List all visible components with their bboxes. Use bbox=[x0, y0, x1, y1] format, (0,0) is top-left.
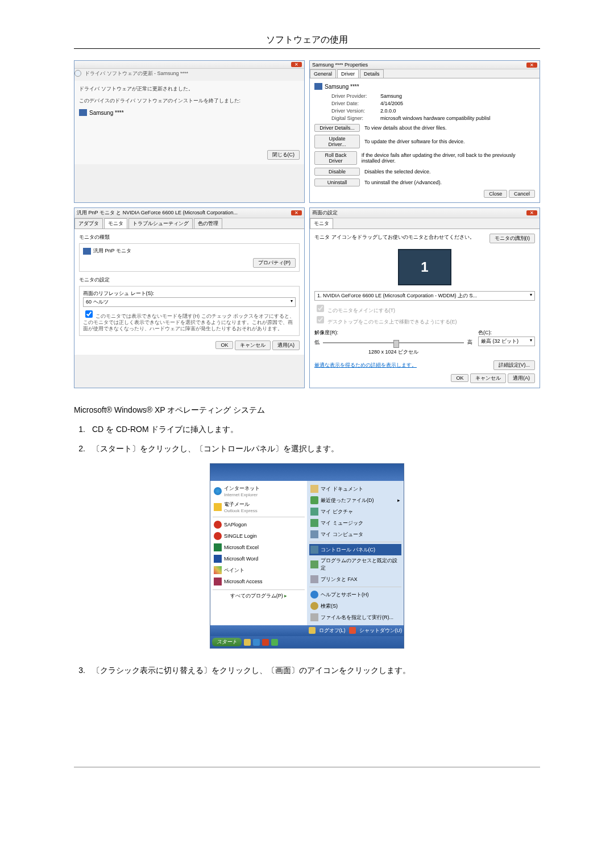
menu-label: マイ ミュージック bbox=[321, 520, 363, 527]
update-driver-button[interactable]: Update Driver... bbox=[314, 135, 360, 148]
tab-details[interactable]: Details bbox=[360, 69, 384, 78]
arrow-right-icon: ▸ bbox=[397, 497, 400, 503]
prop-value: Samsung bbox=[380, 93, 402, 99]
menu-printers[interactable]: プリンタと FAX bbox=[309, 574, 401, 585]
menu-word[interactable]: Microsoft Word bbox=[213, 553, 305, 564]
cancel-button[interactable]: Cancel bbox=[509, 190, 535, 198]
menu-label: 最近使ったファイル(D) bbox=[321, 497, 374, 504]
menu-excel[interactable]: Microsoft Excel bbox=[213, 542, 305, 553]
chevron-down-icon: ▾ bbox=[530, 338, 532, 345]
prop-value: 4/14/2005 bbox=[380, 101, 403, 106]
tab-adapter[interactable]: アダプタ bbox=[74, 218, 103, 229]
tab-color[interactable]: 色の管理 bbox=[194, 218, 222, 229]
desc-text: Disables the selected device. bbox=[364, 169, 431, 175]
control-panel-icon bbox=[310, 546, 318, 554]
tab-general[interactable]: General bbox=[310, 69, 336, 78]
menu-run[interactable]: ファイル名を指定して実行(R)... bbox=[309, 612, 401, 623]
tab-driver[interactable]: Driver bbox=[337, 69, 359, 78]
monitor-name: 汎用 PnP モニタ bbox=[93, 247, 131, 255]
close-button[interactable]: Close bbox=[484, 190, 507, 198]
menu-label: すべてのプログラム(P) bbox=[230, 593, 283, 599]
menu-program-access[interactable]: プログラムのアクセスと既定の設定 bbox=[309, 555, 401, 574]
driver-details-button[interactable]: Driver Details... bbox=[314, 124, 360, 132]
music-icon bbox=[310, 519, 318, 527]
menu-search[interactable]: 検索(S) bbox=[309, 600, 401, 612]
checkbox-label: デスクトップをこのモニタ上で移動できるようにする(E) bbox=[327, 319, 457, 325]
color-select[interactable]: 最高 (32 ビット) ▾ bbox=[478, 337, 535, 346]
menu-internet[interactable]: インターネットInternet Explorer bbox=[213, 483, 305, 499]
menu-my-documents[interactable]: マイ ドキュメント bbox=[309, 483, 401, 495]
disable-button[interactable]: Disable bbox=[314, 168, 360, 176]
menu-email[interactable]: 電子メールOutlook Express bbox=[213, 499, 305, 515]
menu-label: ヘルプとサポート(H) bbox=[321, 591, 369, 599]
menu-my-music[interactable]: マイ ミュージック bbox=[309, 517, 401, 529]
menu-recent[interactable]: 最近使ったファイル(D)▸ bbox=[309, 495, 401, 506]
pics-icon bbox=[310, 508, 318, 516]
access-icon bbox=[214, 578, 222, 585]
ok-button[interactable]: OK bbox=[451, 374, 468, 382]
menu-single-login[interactable]: SINGLE Login bbox=[213, 530, 305, 542]
single-icon bbox=[214, 532, 222, 540]
uninstall-button[interactable]: Uninstall bbox=[314, 178, 360, 186]
tab-troubleshoot[interactable]: トラブルシューティング bbox=[128, 218, 193, 229]
refresh-select[interactable]: 60 ヘルツ ▾ bbox=[83, 297, 296, 307]
advanced-button[interactable]: 詳細設定(V)... bbox=[493, 360, 536, 370]
step-text: CD を CD-ROM ドライブに挿入します。 bbox=[92, 425, 238, 435]
cancel-button[interactable]: キャンセル bbox=[470, 373, 506, 383]
chevron-down-icon: ▾ bbox=[530, 292, 532, 300]
close-icon[interactable]: ✕ bbox=[291, 62, 302, 67]
main-monitor-checkbox bbox=[317, 305, 324, 312]
taskbar-icon[interactable] bbox=[253, 639, 260, 646]
mail-icon bbox=[214, 503, 222, 511]
apply-button[interactable]: 適用(A) bbox=[508, 373, 535, 383]
prop-value: microsoft windows hardware compatibility… bbox=[380, 115, 491, 121]
hide-modes-checkbox[interactable] bbox=[85, 310, 93, 318]
close-icon[interactable]: ✕ bbox=[526, 210, 537, 215]
prop-value: 2.0.0.0 bbox=[380, 108, 396, 114]
apply-button[interactable]: 適用(A) bbox=[272, 340, 300, 350]
close-button[interactable]: 閉じる(C) bbox=[267, 150, 300, 160]
menu-all-programs[interactable]: すべてのプログラム(P) ▸ bbox=[213, 589, 305, 602]
cancel-button[interactable]: キャンセル bbox=[235, 340, 271, 350]
display-settings-title: 画面の設定 bbox=[312, 209, 338, 217]
checkbox-label: このモニタをメインにする(T) bbox=[327, 308, 396, 313]
resolution-slider[interactable] bbox=[323, 342, 464, 343]
ok-button[interactable]: OK bbox=[215, 341, 233, 349]
optimal-display-link[interactable]: 最適な表示を得るための詳細を表示します。 bbox=[314, 362, 417, 369]
rollback-driver-button[interactable]: Roll Back Driver bbox=[314, 151, 357, 165]
identify-button[interactable]: モニタの識別(I) bbox=[489, 234, 536, 243]
menu-control-panel[interactable]: コントロール パネル(C) bbox=[309, 544, 401, 555]
color-label: 色(C): bbox=[478, 329, 535, 337]
refresh-label: 画面のリフレッシュ レート(S): bbox=[83, 290, 296, 297]
group-title: モニタの設定 bbox=[79, 276, 300, 284]
menu-my-computer[interactable]: マイ コンピュータ bbox=[309, 529, 401, 540]
menu-my-pictures[interactable]: マイ ピクチャ bbox=[309, 506, 401, 517]
screenshot-grid: ✕ ドライバ ソフトウェアの更新 - Samsung **** ドライバ ソフト… bbox=[74, 60, 540, 388]
menu-label: ファイル名を指定して実行(R)... bbox=[321, 614, 393, 621]
menu-label: Microsoft Word bbox=[224, 556, 258, 562]
close-icon[interactable]: ✕ bbox=[526, 63, 537, 68]
monitor-preview[interactable]: 1 bbox=[398, 249, 451, 285]
menu-saplogon[interactable]: SAPlogon bbox=[213, 519, 305, 530]
tab-monitor[interactable]: モニタ bbox=[310, 218, 333, 229]
taskbar-icon[interactable] bbox=[271, 639, 278, 646]
display-select[interactable]: 1. NVIDIA GeForce 6600 LE (Microsoft Cor… bbox=[314, 291, 535, 301]
logoff-button[interactable]: ログオフ(L) bbox=[319, 627, 346, 634]
menu-label: ペイント bbox=[224, 567, 244, 574]
monitor-icon bbox=[83, 248, 91, 255]
ie-icon bbox=[214, 487, 222, 495]
desc-text: If the device fails after updating the d… bbox=[362, 152, 535, 164]
tab-monitor[interactable]: モニタ bbox=[104, 218, 127, 229]
properties-button[interactable]: プロパティ(P) bbox=[253, 258, 296, 268]
program-access-icon bbox=[310, 560, 318, 568]
taskbar-icon[interactable] bbox=[244, 639, 251, 646]
driver-update-window: ✕ ドライバ ソフトウェアの更新 - Samsung **** ドライバ ソフト… bbox=[74, 60, 305, 203]
menu-paint[interactable]: ペイント bbox=[213, 564, 305, 576]
sap-icon bbox=[214, 521, 222, 529]
close-icon[interactable]: ✕ bbox=[291, 210, 302, 215]
start-button[interactable]: スタート bbox=[212, 638, 242, 646]
shutdown-button[interactable]: シャットダウン(U) bbox=[359, 627, 403, 634]
menu-access[interactable]: Microsoft Access bbox=[213, 576, 305, 587]
menu-help[interactable]: ヘルプとサポート(H) bbox=[309, 589, 401, 600]
taskbar-icon[interactable] bbox=[262, 639, 269, 646]
